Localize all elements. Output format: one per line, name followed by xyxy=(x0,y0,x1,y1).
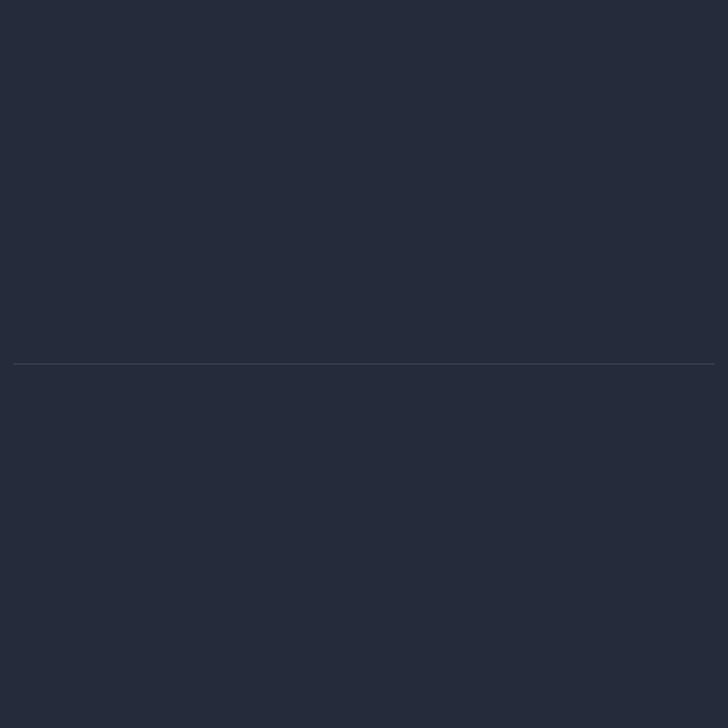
weather-grid xyxy=(13,363,715,365)
page-wrapper xyxy=(0,0,728,728)
